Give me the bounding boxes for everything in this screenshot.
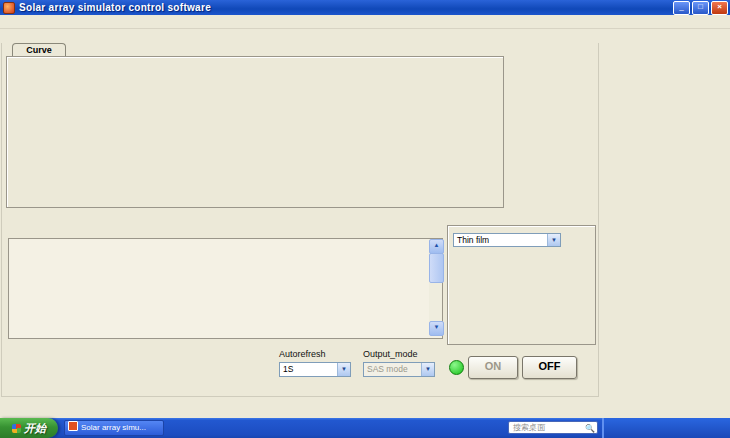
scroll-thumb[interactable] xyxy=(429,253,444,283)
taskbar-app-icon xyxy=(68,421,78,431)
menu-bar xyxy=(0,15,730,29)
system-tray xyxy=(602,418,730,438)
taskbar-item-label: Solar array simu... xyxy=(81,423,146,432)
taskbar: 开始 Solar array simu... 搜索桌面 🔍 xyxy=(0,418,730,438)
minimize-button[interactable]: _ xyxy=(673,1,690,15)
content-panel: Curve ▲ ▼ Thin film ▼ xyxy=(1,43,599,397)
chevron-down-icon: ▼ xyxy=(337,363,350,376)
table-scrollbar[interactable]: ▲ ▼ xyxy=(429,239,442,336)
output-status-indicator xyxy=(449,360,464,375)
on-button[interactable]: ON xyxy=(468,356,518,379)
autorefresh-select[interactable]: 1S ▼ xyxy=(279,362,351,377)
status-bar xyxy=(0,399,730,416)
search-icon: 🔍 xyxy=(585,423,595,435)
taskbar-search-input[interactable]: 搜索桌面 🔍 xyxy=(508,421,598,434)
chevron-down-icon: ▼ xyxy=(547,234,560,246)
start-button[interactable]: 开始 xyxy=(0,418,58,438)
window-title: Solar array simulator control software xyxy=(19,2,211,13)
app-icon xyxy=(3,2,15,14)
output-mode-label: Output_mode xyxy=(363,349,418,359)
output-mode-select[interactable]: SAS mode ▼ xyxy=(363,362,435,377)
scroll-up-icon[interactable]: ▲ xyxy=(429,239,444,254)
app-window: Solar array simulator control software _… xyxy=(0,0,730,438)
off-button[interactable]: OFF xyxy=(522,356,577,379)
taskbar-item-solar-app[interactable]: Solar array simu... xyxy=(64,420,164,436)
tab-curve[interactable]: Curve xyxy=(12,43,66,57)
pv-model-panel: Thin film ▼ xyxy=(447,225,596,345)
pv-model-select[interactable]: Thin film ▼ xyxy=(453,233,561,247)
maximize-button[interactable]: □ xyxy=(692,1,709,15)
scroll-down-icon[interactable]: ▼ xyxy=(429,321,444,336)
autorefresh-value: 1S xyxy=(283,364,293,374)
autorefresh-label: Autorefresh xyxy=(279,349,326,359)
close-button[interactable]: × xyxy=(711,1,728,15)
windows-flag-icon xyxy=(12,424,21,433)
pv-model-value: Thin film xyxy=(457,235,489,245)
curve-box xyxy=(6,56,504,208)
chevron-down-icon: ▼ xyxy=(421,363,434,376)
start-label: 开始 xyxy=(24,422,46,434)
output-mode-value: SAS mode xyxy=(367,364,408,374)
search-placeholder: 搜索桌面 xyxy=(513,423,545,432)
title-bar: Solar array simulator control software _… xyxy=(0,0,730,15)
sequence-table-wrap: ▲ ▼ xyxy=(8,238,443,339)
